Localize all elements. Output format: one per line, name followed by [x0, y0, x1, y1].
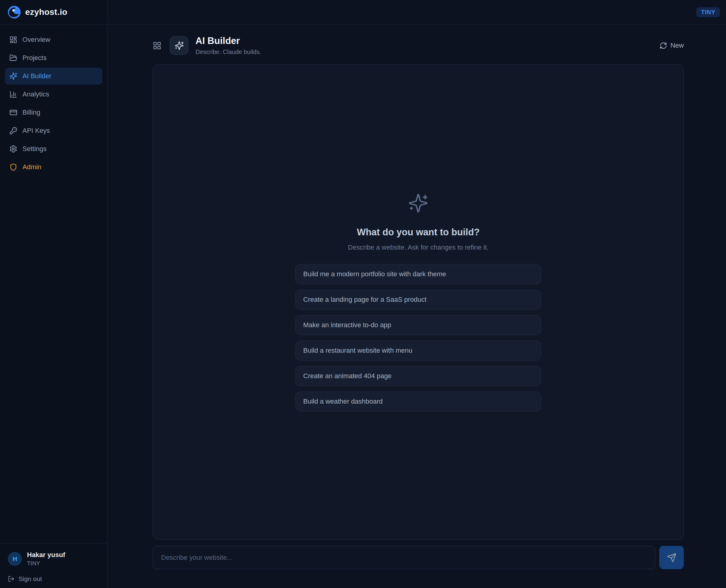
sidebar-item-label: Analytics — [22, 90, 49, 98]
suggestion-button[interactable]: Make an interactive to-do app — [295, 315, 541, 335]
sidebar-item-label: Settings — [22, 145, 47, 153]
suggestion-button[interactable]: Create an animated 404 page — [295, 366, 541, 386]
empty-state-subheading: Describe a website. Ask for changes to r… — [348, 244, 488, 251]
main-area: TINY AI Builder Describe. Claude builds.… — [107, 0, 726, 588]
page-subtitle: Describe. Claude builds. — [196, 48, 261, 56]
sign-out-label: Sign out — [19, 575, 42, 583]
sparkles-icon — [175, 41, 184, 50]
ai-builder-tile — [170, 36, 188, 55]
sign-out-button[interactable]: Sign out — [8, 575, 99, 583]
sidebar: ezyhost.io Overview Projects AI Builder … — [0, 0, 107, 588]
folder-open-icon — [9, 54, 17, 62]
page-title: AI Builder — [196, 36, 261, 46]
sidebar-item-overview[interactable]: Overview — [5, 31, 102, 48]
sidebar-item-label: Overview — [22, 36, 51, 44]
suggestion-button[interactable]: Build a restaurant website with menu — [295, 340, 541, 361]
sidebar-nav: Overview Projects AI Builder Analytics B… — [0, 25, 107, 543]
refresh-icon — [660, 42, 667, 49]
sidebar-item-analytics[interactable]: Analytics — [5, 86, 102, 103]
page-header: AI Builder Describe. Claude builds. New — [153, 36, 684, 56]
user-name: Hakar yusuf — [27, 551, 65, 559]
sidebar-item-label: API Keys — [22, 127, 50, 135]
avatar: H — [8, 552, 22, 566]
ezyhost-logo-icon — [8, 6, 21, 19]
send-button[interactable] — [659, 546, 684, 569]
layout-grid-icon[interactable] — [153, 41, 161, 50]
suggestion-button[interactable]: Build me a modern portfolio site with da… — [295, 264, 541, 284]
layout-dashboard-icon — [9, 36, 17, 44]
shield-icon — [9, 163, 17, 171]
page-title-block: AI Builder Describe. Claude builds. — [196, 36, 261, 56]
empty-state-heading: What do you want to build? — [357, 227, 480, 238]
suggestion-list: Build me a modern portfolio site with da… — [295, 264, 541, 412]
brand-name: ezyhost.io — [25, 7, 67, 17]
sidebar-item-label: Projects — [22, 54, 46, 62]
suggestion-button[interactable]: Build a weather dashboard — [295, 392, 541, 412]
sidebar-footer: H Hakar yusuf TINY Sign out — [0, 543, 107, 588]
composer — [153, 546, 684, 569]
sparkles-icon — [408, 193, 428, 213]
sidebar-item-ai-builder[interactable]: AI Builder — [5, 68, 102, 85]
sidebar-item-label: AI Builder — [22, 72, 51, 80]
topbar: TINY — [107, 0, 726, 25]
log-out-icon — [8, 575, 15, 582]
sparkles-icon — [9, 72, 17, 80]
sidebar-item-settings[interactable]: Settings — [5, 141, 102, 158]
gear-icon — [9, 145, 17, 153]
org-badge: TINY — [696, 7, 720, 17]
key-icon — [9, 127, 17, 135]
sidebar-item-admin[interactable]: Admin — [5, 159, 102, 175]
bar-chart-icon — [9, 90, 17, 98]
sidebar-item-label: Billing — [22, 109, 40, 117]
suggestion-button[interactable]: Create a landing page for a SaaS product — [295, 290, 541, 310]
user-info: H Hakar yusuf TINY — [8, 551, 99, 567]
sidebar-item-projects[interactable]: Projects — [5, 49, 102, 66]
builder-panel: What do you want to build? Describe a we… — [153, 64, 684, 540]
website-prompt-input[interactable] — [153, 546, 655, 569]
new-session-button[interactable]: New — [660, 42, 684, 49]
credit-card-icon — [9, 109, 17, 117]
sidebar-item-api-keys[interactable]: API Keys — [5, 122, 102, 139]
brand-header: ezyhost.io — [0, 0, 107, 25]
sidebar-item-label: Admin — [22, 163, 41, 171]
sidebar-item-billing[interactable]: Billing — [5, 104, 102, 121]
user-org: TINY — [27, 560, 65, 567]
send-icon — [667, 553, 677, 563]
new-button-label: New — [670, 42, 684, 49]
empty-state: What do you want to build? Describe a we… — [295, 193, 541, 412]
